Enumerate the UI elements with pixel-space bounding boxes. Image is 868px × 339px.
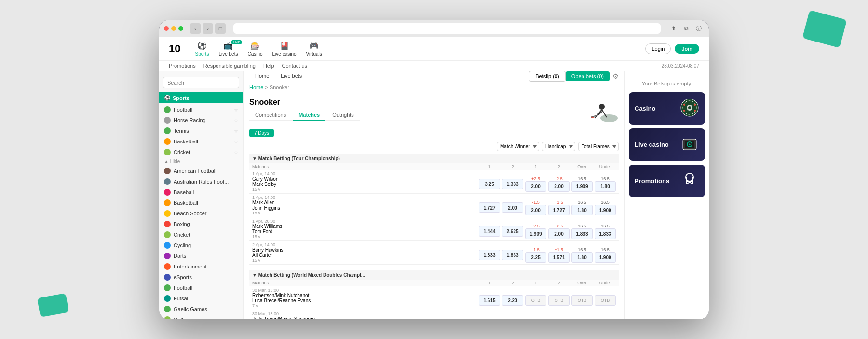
- sidebar-item-cycling[interactable]: Cycling: [159, 240, 243, 251]
- odds-tf-1[interactable]: 1.80: [571, 205, 593, 215]
- odds-mw-1[interactable]: 3.25: [479, 179, 500, 189]
- hide-link[interactable]: ▲ Hide: [159, 157, 243, 166]
- odds-mw-1[interactable]: 1.727: [479, 202, 500, 213]
- sidebar-item-baseball[interactable]: Baseball: [159, 187, 243, 198]
- info-icon[interactable]: ⓘ: [693, 23, 704, 34]
- promo-card-promotions[interactable]: Promotions: [629, 165, 705, 197]
- odds-hc-2[interactable]: OTB: [548, 319, 570, 319]
- odds-hc-2[interactable]: 1.727: [548, 205, 570, 215]
- sidebar-item-american-football[interactable]: American Football: [159, 166, 243, 176]
- maximize-button[interactable]: [178, 26, 183, 31]
- sidebar-item-basketball2[interactable]: Basketball: [159, 198, 243, 208]
- nav-live[interactable]: 📺 Live bets LIVE: [218, 41, 238, 56]
- odds-mw-1[interactable]: 1.444: [479, 226, 500, 237]
- odds-mw-2[interactable]: 1.333: [502, 179, 523, 189]
- sidebar-item-aussie-rules[interactable]: Australian Rules Foot...: [159, 176, 243, 187]
- odds-tf-2[interactable]: 1.80: [595, 181, 616, 192]
- match-winner-select[interactable]: Match Winner: [497, 142, 539, 151]
- sidebar-item-gaelic[interactable]: Gaelic Games: [159, 304, 243, 314]
- login-button[interactable]: Login: [645, 43, 671, 54]
- fav-star[interactable]: ☆: [234, 118, 238, 123]
- odds-hc-1[interactable]: 2.00: [525, 181, 546, 192]
- nav-sports[interactable]: ⚽ Sports: [195, 41, 209, 56]
- section-header-mixed[interactable]: ▼ Match Betting (World Mixed Doubles Cha…: [249, 270, 619, 280]
- sidebar-item-golf[interactable]: Golf: [159, 314, 243, 319]
- betslip-button[interactable]: Betslip (0): [529, 71, 566, 82]
- search-input[interactable]: [163, 77, 239, 88]
- odds-hc-1[interactable]: OTB: [525, 319, 546, 319]
- odds-tf-2[interactable]: OTB: [595, 295, 616, 306]
- fav-star[interactable]: ☆: [234, 150, 238, 155]
- odds-tf-2[interactable]: 1.833: [595, 228, 616, 239]
- total-frames-select[interactable]: Total Frames: [578, 142, 619, 151]
- address-bar[interactable]: [233, 23, 661, 34]
- tab-competitions[interactable]: Competitions: [249, 110, 292, 121]
- site-logo[interactable]: 10: [169, 42, 180, 55]
- minimize-button[interactable]: [171, 26, 176, 31]
- sidebar-item-esports[interactable]: eSports: [159, 272, 243, 282]
- sub-nav-responsible[interactable]: Responsible gambling: [203, 63, 256, 69]
- back-button[interactable]: ‹: [190, 23, 201, 34]
- tab-home[interactable]: Home: [249, 71, 275, 82]
- sub-nav-help[interactable]: Help: [263, 63, 274, 69]
- odds-hc-2[interactable]: 2.00: [548, 228, 570, 239]
- odds-tf-1[interactable]: 1.909: [571, 181, 593, 192]
- tab-matches[interactable]: Matches: [293, 110, 326, 121]
- close-button[interactable]: [164, 26, 169, 31]
- open-bets-button[interactable]: Open bets (0): [566, 71, 610, 81]
- odds-hc-1[interactable]: OTB: [525, 295, 546, 306]
- odds-hc-2[interactable]: 1.571: [548, 252, 570, 263]
- sidebar-item-darts[interactable]: Darts: [159, 251, 243, 261]
- odds-mw-1[interactable]: 1.615: [479, 295, 500, 306]
- sidebar-item-beach-soccer[interactable]: Beach Soccer: [159, 208, 243, 219]
- window-icon[interactable]: ⧉: [681, 23, 692, 34]
- odds-tf-2[interactable]: 1.909: [595, 205, 616, 215]
- odds-mw-1[interactable]: 1.833: [479, 250, 500, 260]
- sidebar-item-horse-racing[interactable]: Horse Racing ☆: [159, 115, 243, 126]
- nav-virtuals[interactable]: 🎮 Virtuals: [306, 41, 322, 56]
- sidebar-item-futsal[interactable]: Futsal: [159, 293, 243, 304]
- odds-tf-1[interactable]: OTB: [571, 295, 593, 306]
- join-button[interactable]: Join: [675, 44, 699, 54]
- sub-nav-promotions[interactable]: Promotions: [169, 63, 196, 69]
- odds-hc-1[interactable]: 2.00: [525, 205, 546, 215]
- odds-tf-1[interactable]: OTB: [571, 319, 593, 319]
- tab-button[interactable]: □: [215, 23, 226, 34]
- forward-button[interactable]: ›: [203, 23, 213, 34]
- share-icon[interactable]: ⬆: [668, 23, 679, 34]
- odds-hc-1[interactable]: 1.909: [525, 228, 546, 239]
- odds-tf-2[interactable]: 1.909: [595, 252, 616, 263]
- odds-hc-1[interactable]: 2.25: [525, 252, 546, 263]
- odds-mw-2[interactable]: 2.625: [502, 226, 523, 237]
- odds-hc-2[interactable]: OTB: [548, 295, 570, 306]
- handicap-select[interactable]: Handicap: [542, 142, 575, 151]
- odds-mw-1[interactable]: 1.444: [479, 319, 500, 319]
- sidebar-item-football2[interactable]: Football: [159, 282, 243, 293]
- promo-card-live-casino[interactable]: Live casino: [629, 128, 705, 161]
- odds-mw-2[interactable]: 2.625: [502, 319, 523, 319]
- settings-icon[interactable]: ⚙: [612, 72, 619, 80]
- sub-nav-contact[interactable]: Contact us: [282, 63, 308, 69]
- breadcrumb-home[interactable]: Home: [249, 85, 263, 90]
- odds-tf-2[interactable]: OTB: [595, 319, 616, 319]
- odds-mw-2[interactable]: 2.20: [502, 295, 523, 306]
- section-header-tour[interactable]: ▼ Match Betting (Tour Championship): [249, 154, 619, 163]
- sidebar-item-cricket[interactable]: Cricket ☆: [159, 147, 243, 157]
- tab-outrights[interactable]: Outrights: [326, 110, 360, 121]
- fav-star[interactable]: ☆: [234, 139, 238, 144]
- fav-star[interactable]: ☆: [234, 107, 238, 113]
- odds-tf-1[interactable]: 1.833: [571, 228, 593, 239]
- odds-mw-2[interactable]: 1.833: [502, 250, 523, 260]
- nav-casino[interactable]: 🎰 Casino: [247, 41, 262, 56]
- fav-star[interactable]: ☆: [234, 128, 238, 134]
- sidebar-item-entertainment[interactable]: Entertainment: [159, 261, 243, 272]
- sidebar-item-cricket2[interactable]: Cricket: [159, 229, 243, 240]
- sidebar-item-boxing[interactable]: Boxing: [159, 219, 243, 229]
- nav-live-casino[interactable]: 🎴 Live casino: [272, 41, 297, 56]
- promo-card-casino[interactable]: Casino: [629, 92, 705, 125]
- odds-tf-1[interactable]: 1.80: [571, 252, 593, 263]
- sidebar-item-football[interactable]: Football ☆: [159, 104, 243, 115]
- tab-live-bets[interactable]: Live bets: [275, 71, 308, 82]
- odds-mw-2[interactable]: 2.00: [502, 202, 523, 213]
- odds-hc-2[interactable]: 2.00: [548, 181, 570, 192]
